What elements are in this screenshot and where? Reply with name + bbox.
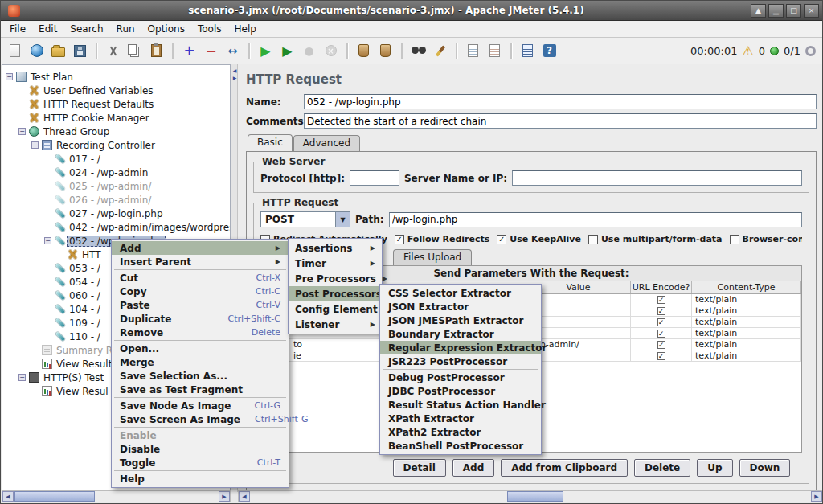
paste-icon[interactable]: [145, 40, 167, 62]
method-select[interactable]: POST ▼: [260, 211, 350, 227]
tree-item-042-wp-admin-images-wordpres[interactable]: 042 - /wp-admin/images/wordpres: [2, 220, 230, 234]
tree-item-recording-controller[interactable]: −Recording Controller: [2, 138, 230, 152]
copy-icon[interactable]: [124, 40, 145, 62]
up-button[interactable]: Up: [697, 459, 732, 477]
menu-item-merge[interactable]: Merge: [112, 355, 289, 369]
tab-advanced[interactable]: Advanced: [293, 135, 360, 151]
url-encode-checkbox[interactable]: ✓: [657, 341, 665, 349]
remote-shutdown-all-icon[interactable]: [375, 40, 396, 62]
menu-item-beanshell-postprocessor[interactable]: BeanShell PostProcessor: [380, 439, 541, 453]
tree-item-025-wp-admin[interactable]: 025 - /wp-admin/: [2, 179, 230, 193]
warning-icon[interactable]: ⚠: [742, 43, 753, 59]
scroll-right-icon[interactable]: ▶: [219, 491, 230, 502]
maximize-button[interactable]: □: [786, 4, 801, 18]
scroll-right-icon[interactable]: ▶: [811, 491, 822, 502]
param-content-type-cell[interactable]: text/plain: [692, 328, 801, 338]
checkbox-use-keepalive[interactable]: ✓Use KeepAlive: [497, 234, 581, 244]
comments-input[interactable]: [304, 113, 817, 129]
param-value-cell[interactable]: [526, 317, 631, 327]
menu-edit[interactable]: Edit: [32, 22, 63, 36]
tree-expand-knob[interactable]: −: [44, 237, 51, 244]
tree-item-024-wp-admin[interactable]: 024 - /wp-admin: [2, 166, 230, 179]
start-no-pauses-icon[interactable]: ▶: [276, 40, 298, 62]
clear-all-icon[interactable]: [484, 40, 506, 62]
menu-item-help[interactable]: Help: [112, 472, 289, 486]
menu-item-json-extractor[interactable]: JSON Extractor: [380, 300, 541, 313]
menu-item-remove[interactable]: RemoveDelete: [112, 326, 289, 339]
path-input[interactable]: [389, 212, 802, 227]
tree-item-test-plan[interactable]: −Test Plan: [2, 70, 230, 84]
tree-item-http-request-defaults[interactable]: HTTP Request Defaults: [2, 97, 230, 111]
menu-search[interactable]: Search: [63, 22, 109, 36]
param-content-type-cell[interactable]: text/plain: [692, 305, 801, 316]
scroll-left-icon[interactable]: ◀: [239, 491, 250, 502]
minimize-button[interactable]: ▁: [768, 4, 784, 18]
url-encode-checkbox[interactable]: ✓: [657, 352, 665, 360]
menu-item-paste[interactable]: PasteCtrl-V: [112, 298, 289, 312]
tree-expand-knob[interactable]: −: [31, 141, 39, 149]
name-input[interactable]: [304, 94, 817, 109]
function-helper-icon[interactable]: [517, 40, 538, 62]
tree-hscrollbar[interactable]: ◀ ▶: [2, 490, 231, 502]
url-encode-checkbox[interactable]: ✓: [657, 296, 665, 304]
param-content-type-cell[interactable]: text/plain: [692, 294, 801, 305]
menu-item-add[interactable]: Add▶: [112, 241, 289, 255]
checkbox-browser-compatible-headers[interactable]: Browser-compatible headers: [730, 234, 802, 244]
param-encode-cell[interactable]: ✓: [631, 350, 692, 361]
menu-item-listener[interactable]: Listener▶: [289, 317, 382, 332]
detail-button[interactable]: Detail: [393, 459, 446, 477]
param-encode-cell[interactable]: ✓: [631, 339, 692, 350]
elapsed-timer[interactable]: 00:00:01: [690, 45, 737, 57]
delete-button[interactable]: Delete: [634, 459, 690, 477]
main-hscrollbar[interactable]: ◀ ▶: [238, 490, 823, 502]
param-content-type-cell[interactable]: text/plain: [692, 339, 801, 350]
splitter-arrows[interactable]: ◀▶: [231, 68, 238, 80]
param-content-type-cell[interactable]: text/plain: [692, 350, 801, 361]
add-button[interactable]: Add: [452, 459, 494, 477]
menu-item-copy[interactable]: CopyCtrl-C: [112, 285, 289, 298]
clear-icon[interactable]: [462, 40, 484, 62]
scroll-left-icon[interactable]: ◀: [2, 491, 14, 502]
tab-files-upload[interactable]: Files Upload: [393, 249, 472, 265]
menu-item-xpath-extractor[interactable]: XPath Extractor: [380, 412, 541, 425]
tree-item-017[interactable]: 017 - /: [2, 152, 230, 166]
param-encode-cell[interactable]: ✓: [631, 294, 692, 305]
open-file-icon[interactable]: [47, 40, 69, 62]
url-encode-checkbox[interactable]: ✓: [657, 318, 665, 326]
tree-expand-knob[interactable]: −: [18, 374, 26, 381]
param-value-cell[interactable]: [526, 294, 631, 305]
menu-item-pre-processors[interactable]: Pre Processors▶: [289, 271, 382, 286]
chevron-down-icon[interactable]: ▼: [335, 212, 350, 227]
menu-item-jdbc-postprocessor[interactable]: JDBC PostProcessor: [380, 384, 541, 398]
tree-item-http-cookie-manager[interactable]: HTTP Cookie Manager: [2, 111, 230, 125]
menu-run[interactable]: Run: [110, 22, 141, 36]
start-icon[interactable]: ▶: [255, 40, 276, 62]
menu-options[interactable]: Options: [141, 22, 191, 36]
menu-tools[interactable]: Tools: [191, 22, 228, 36]
param-encode-cell[interactable]: ✓: [631, 305, 692, 316]
protocol-input[interactable]: [350, 170, 399, 186]
tree-item-027-wp-login-php[interactable]: 027 - /wp-login.php: [2, 207, 230, 220]
remote-start-all-icon[interactable]: [353, 40, 375, 62]
menu-item-timer[interactable]: Timer▶: [289, 256, 382, 271]
cut-icon[interactable]: [102, 40, 124, 62]
menu-item-cut[interactable]: CutCtrl-X: [112, 271, 289, 285]
column-header-content-type[interactable]: Content-Type: [692, 281, 801, 293]
toggle-icon[interactable]: ↔: [222, 40, 244, 62]
menu-item-disable[interactable]: Disable: [112, 442, 289, 456]
search-icon[interactable]: [407, 40, 429, 62]
menu-item-boundary-extractor[interactable]: Boundary Extractor: [380, 327, 541, 341]
param-content-type-cell[interactable]: text/plain: [692, 317, 801, 327]
menu-item-duplicate[interactable]: DuplicateCtrl+Shift-C: [112, 312, 289, 326]
tab-basic[interactable]: Basic: [248, 134, 293, 151]
menu-item-css-selector-extractor[interactable]: CSS Selector Extractor: [380, 286, 541, 300]
tree-item-thread-group[interactable]: −Thread Group: [2, 125, 230, 138]
menu-item-save-as-test-fragment[interactable]: Save as Test Fragment: [112, 383, 289, 396]
param-encode-cell[interactable]: ✓: [631, 328, 692, 338]
menu-item-save-node-as-image[interactable]: Save Node As ImageCtrl-G: [112, 399, 289, 412]
menu-item-save-selection-as[interactable]: Save Selection As...: [112, 369, 289, 383]
tree-item-user-defined-variables[interactable]: User Defined Variables: [2, 84, 230, 97]
checkbox-follow-redirects[interactable]: ✓Follow Redirects: [395, 234, 490, 244]
down-button[interactable]: Down: [739, 459, 791, 477]
scroll-thumb[interactable]: [14, 491, 95, 502]
